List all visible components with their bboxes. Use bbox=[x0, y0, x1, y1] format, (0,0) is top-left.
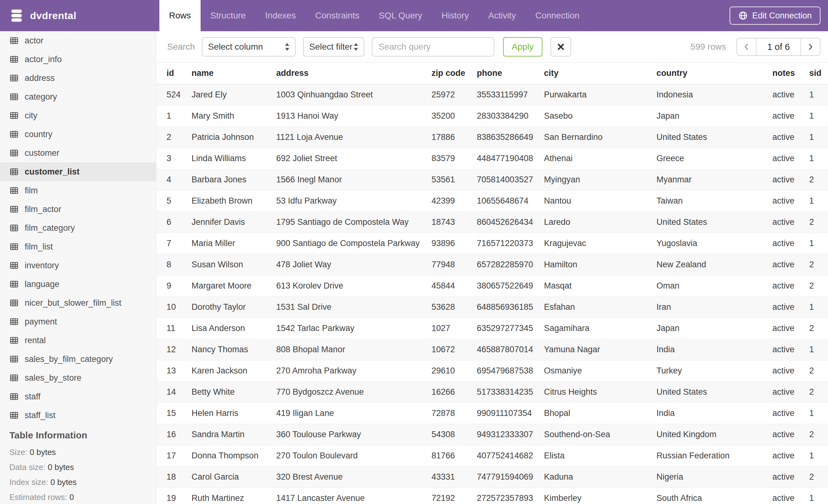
sidebar-item-language[interactable]: language bbox=[0, 275, 156, 293]
table-row[interactable]: 3Linda Williams692 Joliet Street83579448… bbox=[156, 148, 828, 169]
table-cell: India bbox=[657, 339, 772, 360]
sidebar-item-sales-by-store[interactable]: sales_by_store bbox=[0, 368, 156, 387]
sidebar-item-film[interactable]: film bbox=[0, 181, 156, 200]
table-row[interactable]: 11Lisa Anderson1542 Tarlac Parkway102763… bbox=[156, 318, 828, 339]
sidebar-item-category[interactable]: category bbox=[0, 87, 156, 106]
table-cell: 1 bbox=[809, 105, 828, 127]
table-row[interactable]: 10Dorothy Taylor1531 Sal Drive5362864885… bbox=[156, 296, 828, 318]
column-header-phone[interactable]: phone bbox=[477, 63, 544, 84]
clear-filter-button[interactable] bbox=[550, 37, 571, 56]
table-row[interactable]: 1Mary Smith1913 Hanoi Way352002830338429… bbox=[156, 105, 828, 127]
table-row[interactable]: 19Ruth Martinez1417 Lancaster Avenue7219… bbox=[156, 488, 828, 504]
table-cell: 949312333307 bbox=[477, 424, 544, 445]
column-header-id[interactable]: id bbox=[156, 63, 192, 84]
table-row[interactable]: 15Helen Harris419 Iligan Lane72878990911… bbox=[156, 403, 828, 424]
table-cell: 72192 bbox=[431, 488, 477, 504]
table-icon bbox=[9, 223, 19, 233]
edit-connection-button[interactable]: Edit Connection bbox=[730, 7, 821, 25]
tab-indexes[interactable]: Indexes bbox=[256, 0, 305, 31]
table-cell: Southend-on-Sea bbox=[544, 424, 657, 445]
table-cell: New Zealand bbox=[657, 254, 772, 275]
table-row[interactable]: 7Maria Miller900 Santiago de Compostela … bbox=[156, 233, 828, 254]
column-header-country[interactable]: country bbox=[657, 63, 772, 84]
table-cell: 465887807014 bbox=[477, 339, 544, 360]
sidebar-item-actor[interactable]: actor bbox=[0, 31, 156, 50]
table-cell: 17 bbox=[156, 445, 192, 466]
sidebar-item-staff-list[interactable]: staff_list bbox=[0, 406, 156, 425]
table-row[interactable]: 16Sandra Martin360 Toulouse Parkway54308… bbox=[156, 424, 828, 445]
column-header-notes[interactable]: notes bbox=[772, 63, 809, 84]
info-label: Size: bbox=[9, 448, 30, 457]
tab-sql-query[interactable]: SQL Query bbox=[369, 0, 432, 31]
apply-button[interactable]: Apply bbox=[503, 37, 542, 56]
table-cell: 1 bbox=[809, 127, 828, 148]
sidebar-item-label: customer_list bbox=[25, 167, 80, 177]
table-cell: 635297277345 bbox=[477, 318, 544, 339]
sidebar-item-address[interactable]: address bbox=[0, 69, 156, 87]
next-page-button[interactable] bbox=[800, 38, 820, 55]
tab-history[interactable]: History bbox=[432, 0, 479, 31]
table-row[interactable]: 5Elizabeth Brown53 Idfu Parkway423991065… bbox=[156, 190, 828, 212]
sidebar-item-film-list[interactable]: film_list bbox=[0, 237, 156, 256]
sidebar-item-film-category[interactable]: film_category bbox=[0, 219, 156, 237]
table-row[interactable]: 12Nancy Thomas808 Bhopal Manor1067246588… bbox=[156, 339, 828, 360]
sidebar-item-label: actor_info bbox=[25, 55, 62, 64]
globe-icon bbox=[738, 11, 748, 20]
table-row[interactable]: 14Betty White770 Bydgoszcz Avenue1626651… bbox=[156, 381, 828, 403]
column-select-value: Select column bbox=[208, 42, 263, 52]
tab-rows[interactable]: Rows bbox=[159, 0, 201, 31]
table-cell: 53628 bbox=[431, 296, 477, 318]
sidebar-item-inventory[interactable]: inventory bbox=[0, 256, 156, 275]
table-row[interactable]: 524Jared Ely1003 Qinhuangdao Street25972… bbox=[156, 84, 828, 105]
previous-page-button[interactable] bbox=[737, 38, 756, 55]
column-header-name[interactable]: name bbox=[192, 63, 276, 84]
table-info-data-size: Data size: 0 bytes bbox=[0, 460, 156, 475]
column-header-address[interactable]: address bbox=[276, 63, 431, 84]
table-cell: Japan bbox=[657, 318, 772, 339]
table-cell: Esfahan bbox=[544, 296, 657, 318]
sidebar-item-film-actor[interactable]: film_actor bbox=[0, 200, 156, 219]
column-select[interactable]: Select column bbox=[202, 37, 296, 56]
sidebar-item-customer-list[interactable]: customer_list bbox=[0, 163, 156, 181]
table-row[interactable]: 2Patricia Johnson1121 Loja Avenue1788683… bbox=[156, 127, 828, 148]
column-header-sid[interactable]: sid bbox=[809, 63, 828, 84]
sidebar-item-actor-info[interactable]: actor_info bbox=[0, 50, 156, 69]
sidebar-item-rental[interactable]: rental bbox=[0, 331, 156, 350]
table-cell: 42399 bbox=[431, 190, 477, 212]
sidebar-item-payment[interactable]: payment bbox=[0, 312, 156, 331]
sidebar-item-customer[interactable]: customer bbox=[0, 144, 156, 163]
sidebar-item-country[interactable]: country bbox=[0, 125, 156, 144]
table-row[interactable]: 17Donna Thompson270 Toulon Boulevard8176… bbox=[156, 445, 828, 466]
pager: 1 of 6 bbox=[737, 38, 821, 56]
table-cell: 524 bbox=[156, 84, 192, 105]
search-query-input[interactable] bbox=[372, 37, 494, 56]
column-header-city[interactable]: city bbox=[544, 63, 657, 84]
table-cell: Susan Wilson bbox=[192, 254, 276, 275]
table-cell: 83579 bbox=[431, 148, 477, 169]
tab-activity[interactable]: Activity bbox=[479, 0, 526, 31]
sidebar-item-city[interactable]: city bbox=[0, 106, 156, 125]
table-cell: active bbox=[772, 275, 809, 296]
tab-connection[interactable]: Connection bbox=[526, 0, 589, 31]
table-row[interactable]: 9Margaret Moore613 Korolev Drive45844380… bbox=[156, 275, 828, 296]
sidebar-item-sales-by-film-category[interactable]: sales_by_film_category bbox=[0, 350, 156, 368]
table-cell: 15 bbox=[156, 403, 192, 424]
table-row[interactable]: 18Carol Garcia320 Brest Avenue4333174779… bbox=[156, 466, 828, 488]
table-row[interactable]: 4Barbara Jones1566 Inegl Manor5356170581… bbox=[156, 169, 828, 190]
tab-constraints[interactable]: Constraints bbox=[305, 0, 369, 31]
column-header-zip-code[interactable]: zip code bbox=[431, 63, 477, 84]
table-cell: active bbox=[772, 339, 809, 360]
table-cell: 2 bbox=[809, 275, 828, 296]
tab-structure[interactable]: Structure bbox=[201, 0, 256, 31]
table-cell: Myanmar bbox=[657, 169, 772, 190]
table-row[interactable]: 8Susan Wilson478 Joliet Way7794865728228… bbox=[156, 254, 828, 275]
table-row[interactable]: 13Karen Jackson270 Amroha Parkway2961069… bbox=[156, 360, 828, 381]
table-row[interactable]: 6Jennifer Davis1795 Santiago de Composte… bbox=[156, 212, 828, 233]
info-label: Index size: bbox=[9, 477, 51, 487]
filter-select[interactable]: Select filter bbox=[303, 37, 364, 56]
sidebar-item-nicer-but-slower-film-list[interactable]: nicer_but_slower_film_list bbox=[0, 293, 156, 312]
app-window: dvdrental RowsStructureIndexesConstraint… bbox=[0, 0, 828, 504]
sidebar-item-staff[interactable]: staff bbox=[0, 387, 156, 406]
table-icon bbox=[9, 261, 19, 270]
table-cell: 28303384290 bbox=[477, 105, 544, 127]
